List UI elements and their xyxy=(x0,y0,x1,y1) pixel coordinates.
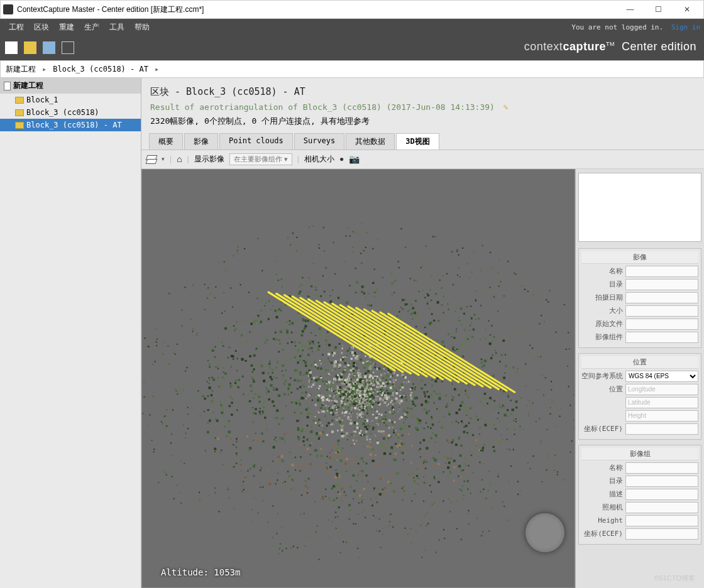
tree-node-block3[interactable]: Block_3 (cc0518) xyxy=(0,106,141,119)
svg-rect-2721 xyxy=(331,521,333,522)
image-group-dropdown[interactable]: 在主要影像组作 ▾ xyxy=(229,153,292,165)
svg-rect-115 xyxy=(265,387,267,388)
dot-icon[interactable]: ● xyxy=(339,155,344,163)
svg-rect-2766 xyxy=(527,462,529,464)
tree-root[interactable]: 新建工程 xyxy=(0,78,141,94)
svg-rect-2871 xyxy=(534,302,535,303)
home-icon[interactable]: ⌂ xyxy=(177,154,182,164)
sign-in-link[interactable]: Sign in xyxy=(671,23,700,31)
ig-camera-field[interactable] xyxy=(625,502,698,513)
open-file-icon[interactable] xyxy=(24,41,36,54)
lat-field[interactable]: Latitude xyxy=(625,397,698,408)
svg-rect-739 xyxy=(297,427,299,428)
svg-rect-461 xyxy=(311,365,312,367)
svg-rect-2604 xyxy=(431,491,432,493)
compass-icon[interactable] xyxy=(525,513,564,552)
svg-rect-2614 xyxy=(461,490,463,491)
ecef-field[interactable] xyxy=(625,423,698,435)
options-icon[interactable] xyxy=(62,41,74,54)
svg-rect-2702 xyxy=(338,265,339,266)
svg-rect-2219 xyxy=(229,384,231,386)
svg-rect-469 xyxy=(458,347,461,350)
svg-rect-2119 xyxy=(282,391,283,393)
svg-rect-2477 xyxy=(354,375,355,376)
svg-rect-3020 xyxy=(309,226,310,227)
tab-3dview[interactable]: 3D视图 xyxy=(396,133,439,150)
edit-icon[interactable]: ✎ xyxy=(503,102,509,112)
ig-height-field[interactable] xyxy=(625,515,698,526)
svg-rect-2785 xyxy=(525,289,527,290)
tab-otherdata[interactable]: 其他数据 xyxy=(346,133,395,150)
tab-surveys[interactable]: Surveys xyxy=(294,133,345,150)
svg-rect-954 xyxy=(387,411,388,413)
svg-rect-2868 xyxy=(492,354,493,356)
layers-icon[interactable] xyxy=(146,154,157,164)
breadcrumb-root[interactable]: 新建工程 xyxy=(6,64,36,75)
save-icon[interactable] xyxy=(43,41,55,54)
menu-reconstruct[interactable]: 重建 xyxy=(54,22,79,33)
close-button[interactable]: ✕ xyxy=(673,1,701,18)
menu-production[interactable]: 生产 xyxy=(79,22,104,33)
svg-rect-1842 xyxy=(289,337,290,339)
svg-rect-3063 xyxy=(414,493,415,494)
svg-rect-547 xyxy=(312,343,314,345)
image-date-field[interactable] xyxy=(625,292,698,303)
chevron-down-icon[interactable]: ▾ xyxy=(162,156,165,162)
new-file-icon[interactable] xyxy=(5,41,18,54)
svg-rect-1579 xyxy=(426,413,427,415)
svg-rect-2641 xyxy=(332,289,333,290)
svg-rect-2308 xyxy=(229,386,231,388)
camera-icon[interactable]: 📷 xyxy=(349,154,360,164)
svg-rect-3021 xyxy=(315,531,316,532)
image-size-field[interactable] xyxy=(625,305,698,317)
svg-rect-2912 xyxy=(212,390,213,391)
svg-rect-3073 xyxy=(261,467,262,468)
svg-rect-716 xyxy=(399,407,400,408)
svg-rect-10 xyxy=(320,363,321,364)
svg-rect-1942 xyxy=(371,428,374,430)
svg-rect-2524 xyxy=(361,409,363,411)
3d-viewport[interactable]: Altitude: 1053m xyxy=(141,169,575,588)
srs-select[interactable]: WGS 84 (EPS xyxy=(625,371,698,382)
menu-block[interactable]: 区块 xyxy=(29,22,54,33)
svg-rect-2502 xyxy=(365,420,366,422)
image-comp-field[interactable] xyxy=(625,332,698,343)
svg-rect-3084 xyxy=(389,273,390,275)
svg-rect-182 xyxy=(300,374,301,375)
svg-rect-1972 xyxy=(426,409,427,411)
svg-rect-617 xyxy=(414,386,415,388)
breadcrumb-block[interactable]: Block_3 (cc0518) - AT xyxy=(53,65,148,74)
ig-ecef-field[interactable] xyxy=(625,528,698,540)
svg-rect-2478 xyxy=(489,396,492,399)
ig-name-field[interactable] xyxy=(625,462,698,474)
tab-images[interactable]: 影像 xyxy=(184,133,218,150)
svg-rect-3015 xyxy=(212,396,213,398)
svg-rect-3200 xyxy=(515,402,517,403)
lon-field[interactable]: Longitude xyxy=(625,384,698,395)
ig-dir-field[interactable] xyxy=(625,476,698,487)
tab-pointclouds[interactable]: Point clouds xyxy=(219,133,293,150)
image-name-field[interactable] xyxy=(625,266,698,277)
image-dir-field[interactable] xyxy=(625,279,698,290)
height-field[interactable]: Height xyxy=(625,410,698,422)
svg-rect-2530 xyxy=(404,413,406,416)
svg-rect-121 xyxy=(365,297,366,298)
svg-rect-977 xyxy=(426,461,427,462)
menu-tools[interactable]: 工具 xyxy=(104,22,129,33)
menu-help[interactable]: 帮助 xyxy=(129,22,155,33)
svg-rect-1517 xyxy=(217,437,219,439)
image-orig-field[interactable] xyxy=(625,318,698,330)
svg-rect-1712 xyxy=(337,381,338,383)
svg-rect-2357 xyxy=(300,372,301,373)
svg-rect-267 xyxy=(263,406,265,408)
svg-rect-1234 xyxy=(430,437,432,439)
tree-node-block1[interactable]: Block_1 xyxy=(0,94,141,106)
maximize-button[interactable]: ☐ xyxy=(644,1,673,18)
tree-node-block3-at[interactable]: Block_3 (cc0518) - AT xyxy=(0,119,141,131)
minimize-button[interactable]: — xyxy=(616,1,644,18)
tab-overview[interactable]: 概要 xyxy=(149,133,183,150)
svg-rect-2885 xyxy=(253,497,255,498)
menu-project[interactable]: 工程 xyxy=(4,22,29,33)
svg-rect-1454 xyxy=(305,430,307,431)
ig-desc-field[interactable] xyxy=(625,489,698,500)
